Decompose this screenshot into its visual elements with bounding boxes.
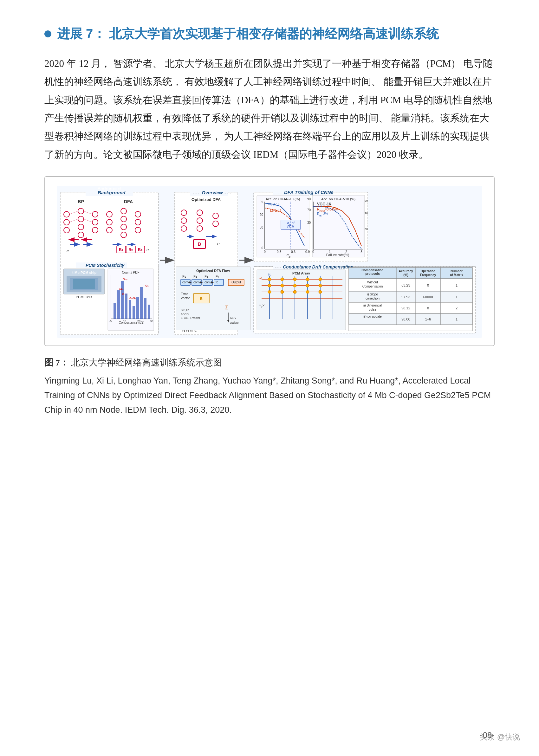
svg-text:- - -: - - - <box>339 265 345 269</box>
svg-point-26 <box>107 211 112 217</box>
svg-rect-131 <box>121 281 124 319</box>
svg-text:iii) μα update: iii) μα update <box>363 315 382 318</box>
svg-point-29 <box>121 208 126 214</box>
svg-text:(%): (%) <box>403 273 408 277</box>
svg-text:- - -: - - - <box>275 265 280 269</box>
svg-text:ii) Differential: ii) Differential <box>363 304 382 307</box>
svg-text:- - -: - - - <box>275 190 282 195</box>
svg-point-53 <box>181 226 187 232</box>
svg-text:90: 90 <box>307 197 311 201</box>
svg-text:0: 0 <box>261 246 263 250</box>
svg-point-51 <box>181 210 187 216</box>
svg-point-173 <box>268 290 271 294</box>
svg-point-56 <box>197 226 202 232</box>
svg-text:Operation: Operation <box>421 269 435 273</box>
reference-authors: Yingming Lu, Xi Li, Longhao Yan, Teng Zh… <box>44 376 401 385</box>
svg-text:F₂: F₂ <box>193 275 197 278</box>
svg-point-54 <box>197 210 202 216</box>
svg-text:- - -: - - - <box>124 264 129 267</box>
svg-text:G₁: G₁ <box>145 284 149 287</box>
watermark: 头条 @快说 <box>480 732 520 742</box>
svg-text:Without: Without <box>367 281 378 284</box>
svg-text:0.9: 0.9 <box>305 250 310 253</box>
svg-point-12 <box>64 227 69 233</box>
svg-text:B₂: B₂ <box>128 247 133 252</box>
svg-text:90: 90 <box>260 213 264 217</box>
svg-text:- - -: - - - <box>89 190 96 195</box>
svg-text:WL: WL <box>259 277 263 280</box>
svg-text:90: 90 <box>365 199 368 202</box>
svg-text:correction: correction <box>365 297 379 300</box>
svg-point-167 <box>319 278 322 281</box>
svg-point-13 <box>78 208 84 214</box>
svg-text:- - -: - - - <box>127 190 134 195</box>
svg-text:Background: Background <box>98 190 125 195</box>
reference-journal: IEDM Tech. Dig. 36.3, 2020. <box>125 405 232 415</box>
svg-text:PCM Stochasticity: PCM Stochasticity <box>86 263 124 268</box>
svg-text:0: 0 <box>427 283 429 287</box>
svg-text:Acc. on CIFAR-10 (%): Acc. on CIFAR-10 (%) <box>266 197 300 201</box>
svg-point-57 <box>213 213 218 219</box>
svg-text:of Matrix: of Matrix <box>450 273 463 277</box>
svg-text:4 Mb PCM chip: 4 Mb PCM chip <box>72 271 97 275</box>
svg-text:fc: fc <box>216 281 218 284</box>
svg-text:Overview: Overview <box>202 190 223 195</box>
svg-text:protocols: protocols <box>365 272 380 275</box>
svg-text:conv: conv <box>193 281 200 284</box>
svg-text:conv: conv <box>204 281 211 284</box>
svg-point-174 <box>280 290 284 294</box>
svg-text:BL: BL <box>268 273 271 276</box>
svg-text:LeNet-5: LeNet-5 <box>270 209 281 212</box>
svg-text:1–6: 1–6 <box>425 317 431 321</box>
svg-text:G₉G₆: G₉G₆ <box>129 297 136 300</box>
svg-text:Compensation: Compensation <box>362 285 383 288</box>
svg-text:F₁: F₁ <box>182 275 186 278</box>
svg-rect-129 <box>114 303 116 319</box>
caption-label: 图 7： <box>44 358 69 367</box>
figure-container: Background - - - Background - - - BP <box>44 176 495 346</box>
svg-text:B₃: B₃ <box>138 247 142 252</box>
svg-text:0.3: 0.3 <box>277 250 281 253</box>
svg-text:Error: Error <box>181 292 188 296</box>
svg-point-30 <box>121 216 126 222</box>
svg-text:10: 10 <box>123 319 126 323</box>
svg-point-31 <box>121 224 126 230</box>
svg-point-169 <box>280 284 284 287</box>
reference-text: Yingming Lu, Xi Li, Longhao Yan, Teng Zh… <box>44 374 495 417</box>
svg-text:G₁₆: G₁₆ <box>119 287 124 290</box>
svg-point-11 <box>64 219 69 225</box>
svg-point-14 <box>78 216 84 222</box>
svg-point-164 <box>280 278 284 281</box>
body-paragraph: 2020 年 12 月， 智源学者、 北京大学杨玉超所在团队提出并实现了一种基于… <box>44 54 495 164</box>
svg-point-175 <box>293 290 296 294</box>
svg-text:pulse: pulse <box>369 308 376 311</box>
svg-point-32 <box>121 232 126 238</box>
svg-text:60000: 60000 <box>423 295 433 299</box>
svg-text:- - -: - - - <box>79 264 84 267</box>
svg-text:ABCD:: ABCD: <box>181 312 190 316</box>
svg-text:98.00: 98.00 <box>401 317 410 321</box>
svg-text:70: 70 <box>365 212 368 215</box>
svg-rect-134 <box>132 306 135 319</box>
svg-text:1: 1 <box>456 317 457 321</box>
svg-text:PCM Array: PCM Array <box>292 271 310 275</box>
svg-point-16 <box>78 232 84 238</box>
svg-text:Acc. on CIFAR-10 (%): Acc. on CIFAR-10 (%) <box>321 197 355 201</box>
svg-point-15 <box>78 224 84 230</box>
svg-text:63.23: 63.23 <box>401 283 410 287</box>
svg-text:DFA Training of  CNNs: DFA Training of CNNs <box>284 189 334 195</box>
svg-text:0: 0 <box>264 250 266 253</box>
figure-diagram: Background - - - Background - - - BP <box>57 186 482 338</box>
svg-point-52 <box>181 218 187 224</box>
svg-text:VGG-16: VGG-16 <box>317 202 331 206</box>
svg-text:20: 20 <box>137 319 140 323</box>
svg-text:Σ: Σ <box>225 305 228 310</box>
section-header: 进展 7： 北京大学首次实现基于相变存储器的神经网络高速训练系统 <box>44 25 495 42</box>
caption-text: 北京大学神经网络高速训练系统示意图 <box>71 358 222 367</box>
svg-point-166 <box>306 278 309 281</box>
svg-text:update: update <box>230 321 239 324</box>
svg-point-170 <box>293 284 296 287</box>
svg-point-168 <box>268 284 271 287</box>
svg-text:B: B <box>198 241 201 246</box>
svg-rect-118 <box>73 279 95 289</box>
